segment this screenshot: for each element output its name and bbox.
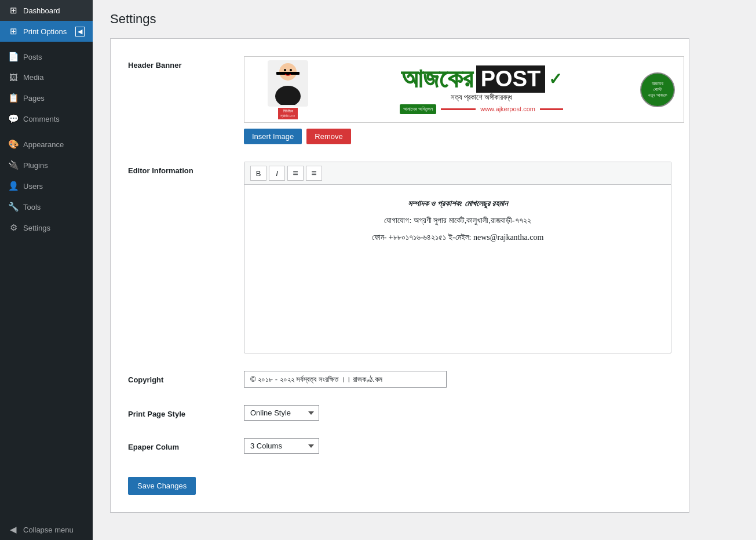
banner-main-text: আজকের xyxy=(401,65,473,92)
sidebar-item-settings[interactable]: ⚙ Settings xyxy=(0,217,93,238)
appearance-icon: 🎨 xyxy=(8,139,19,149)
print-page-style-content: Online Style Classic Style xyxy=(244,405,671,421)
print-page-style-label: Print Page Style xyxy=(128,405,232,421)
svg-point-1 xyxy=(275,86,301,105)
header-banner-content: মিউজিকন্যাচার ১০০ আজকের POST ✓ সত্য প্রক… xyxy=(244,56,684,144)
sidebar-item-label: Tools xyxy=(23,203,41,211)
sidebar-item-posts[interactable]: 📄 Posts xyxy=(0,46,93,67)
remove-button[interactable]: Remove xyxy=(306,129,350,144)
banner-inner: মিউজিকন্যাচার ১০০ আজকের POST ✓ সত্য প্রক… xyxy=(244,57,684,122)
main-content: Settings Header Banner xyxy=(93,0,756,540)
align-left-button[interactable]: ≡ xyxy=(287,166,304,181)
banner-image-preview: মিউজিকন্যাচার ১০০ আজকের POST ✓ সত্য প্রক… xyxy=(244,56,684,123)
media-icon: 🖼 xyxy=(8,72,19,82)
sidebar-item-print-options[interactable]: ⊞ Print Options ◀ xyxy=(0,21,93,42)
person-illustration xyxy=(268,60,308,107)
sidebar-item-appearance[interactable]: 🎨 Appearance xyxy=(0,134,93,155)
header-banner-label: Header Banner xyxy=(128,56,232,144)
sidebar-item-label: Print Options xyxy=(23,27,67,36)
editor-toolbar: B I ≡ ≡ xyxy=(244,162,671,185)
editor-information-label: Editor Information xyxy=(128,162,232,353)
sidebar-item-label: Dashboard xyxy=(23,6,60,15)
copyright-input[interactable] xyxy=(244,371,447,388)
editor-wrapper: B I ≡ ≡ সম্পাদক ও প্রকাশক: মোখলেছুর রহমা… xyxy=(244,162,671,353)
print-options-icon: ⊞ xyxy=(8,26,19,37)
plugins-icon: 🔌 xyxy=(8,160,19,170)
save-button-area: Save Changes xyxy=(128,471,671,495)
red-box: মিউজিকন্যাচার ১০০ xyxy=(278,108,298,119)
copyright-content xyxy=(244,371,671,388)
epaper-colum-content: 3 Colums 2 Colums 4 Colums xyxy=(244,438,671,454)
sidebar-item-plugins[interactable]: 🔌 Plugins xyxy=(0,155,93,176)
sidebar-item-label: Media xyxy=(23,73,43,82)
dashboard-icon: ⊞ xyxy=(8,5,19,16)
collapse-icon: ◀ xyxy=(8,524,19,535)
users-icon: 👤 xyxy=(8,181,19,191)
banner-url: www.ajkerpost.com xyxy=(480,105,535,112)
green-button: আমাদের অভিনন্দন xyxy=(400,104,436,114)
banner-title-area: আজকের POST ✓ সত্য প্রকাশে অঙ্গীকারবদ্ধ আ… xyxy=(326,65,637,114)
editor-content[interactable]: সম্পাদক ও প্রকাশক: মোখলেছুর রহমান যোগাযো… xyxy=(244,185,671,353)
editor-line-3: ফোন- +৮৮০১৭১৬-৬৪২১৫১ ই-মেইল: news@rajkan… xyxy=(256,230,659,245)
sidebar-item-label: Appearance xyxy=(23,140,64,149)
svg-point-3 xyxy=(284,69,286,71)
sidebar-item-tools[interactable]: 🔧 Tools xyxy=(0,196,93,217)
epaper-colum-row: Epaper Colum 3 Colums 2 Colums 4 Colums xyxy=(128,438,671,454)
pages-icon: 📋 xyxy=(8,93,19,103)
page-title: Settings xyxy=(110,12,739,27)
sidebar-item-label: Users xyxy=(23,182,43,191)
sidebar-item-dashboard[interactable]: ⊞ Dashboard xyxy=(0,0,93,21)
epaper-colum-select[interactable]: 3 Colums 2 Colums 4 Colums xyxy=(244,438,319,454)
print-page-style-row: Print Page Style Online Style Classic St… xyxy=(128,405,671,421)
insert-image-button[interactable]: Insert Image xyxy=(244,129,302,144)
italic-button[interactable]: I xyxy=(269,166,285,181)
tools-icon: 🔧 xyxy=(8,202,19,212)
print-page-style-select[interactable]: Online Style Classic Style xyxy=(244,405,319,421)
banner-badge-area: অজকেরপোস্টনতুন আজকে xyxy=(637,72,678,107)
sidebar-item-label: Plugins xyxy=(23,161,48,170)
sidebar-item-pages[interactable]: 📋 Pages xyxy=(0,87,93,108)
posts-icon: 📄 xyxy=(8,52,19,62)
sidebar-item-label: Posts xyxy=(23,53,42,61)
banner-logo-area: মিউজিকন্যাচার ১০০ xyxy=(250,60,326,119)
sidebar-item-collapse[interactable]: ◀ Collapse menu xyxy=(0,519,93,540)
sidebar-item-label: Pages xyxy=(23,94,45,103)
sidebar-item-label: Comments xyxy=(23,115,60,123)
red-line-right xyxy=(540,108,563,110)
sidebar: ⊞ Dashboard ⊞ Print Options ◀ 📄 Posts 🖼 … xyxy=(0,0,93,540)
editor-information-row: Editor Information B I ≡ ≡ সম্পাদক ও প্র… xyxy=(128,162,671,353)
active-arrow: ◀ xyxy=(75,27,85,37)
sidebar-item-media[interactable]: 🖼 Media xyxy=(0,67,93,87)
circular-badge: অজকেরপোস্টনতুন আজকে xyxy=(640,72,675,107)
copyright-row: Copyright xyxy=(128,371,671,388)
bold-button[interactable]: B xyxy=(250,166,266,181)
checkmark-icon: ✓ xyxy=(549,70,562,89)
editor-information-content: B I ≡ ≡ সম্পাদক ও প্রকাশক: মোখলেছুর রহমা… xyxy=(244,162,671,353)
header-banner-row: Header Banner xyxy=(128,56,671,144)
red-line-left xyxy=(441,108,476,110)
settings-card: Header Banner xyxy=(110,38,689,513)
svg-point-4 xyxy=(290,69,292,71)
sidebar-item-users[interactable]: 👤 Users xyxy=(0,176,93,196)
banner-subtitle: সত্য প্রকাশে অঙ্গীকারবদ্ধ xyxy=(451,93,513,102)
sidebar-item-label: Collapse menu xyxy=(23,526,74,534)
comments-icon: 💬 xyxy=(8,114,19,124)
banner-post-text: POST xyxy=(476,65,545,93)
sidebar-item-label: Settings xyxy=(23,224,50,232)
banner-actions: Insert Image Remove xyxy=(244,129,684,144)
editor-line-1: সম্পাদক ও প্রকাশক: মোখলেছুর রহমান xyxy=(256,196,659,211)
svg-rect-2 xyxy=(276,72,300,75)
sidebar-item-comments[interactable]: 💬 Comments xyxy=(0,108,93,129)
copyright-label: Copyright xyxy=(128,371,232,388)
epaper-colum-label: Epaper Colum xyxy=(128,438,232,454)
align-center-button[interactable]: ≡ xyxy=(306,166,322,181)
settings-icon: ⚙ xyxy=(8,222,19,233)
save-changes-button[interactable]: Save Changes xyxy=(128,477,196,495)
editor-line-2: যোগাযোগ: অগ্রণী সুপার মার্কেট,কালুখালী,র… xyxy=(256,213,659,228)
